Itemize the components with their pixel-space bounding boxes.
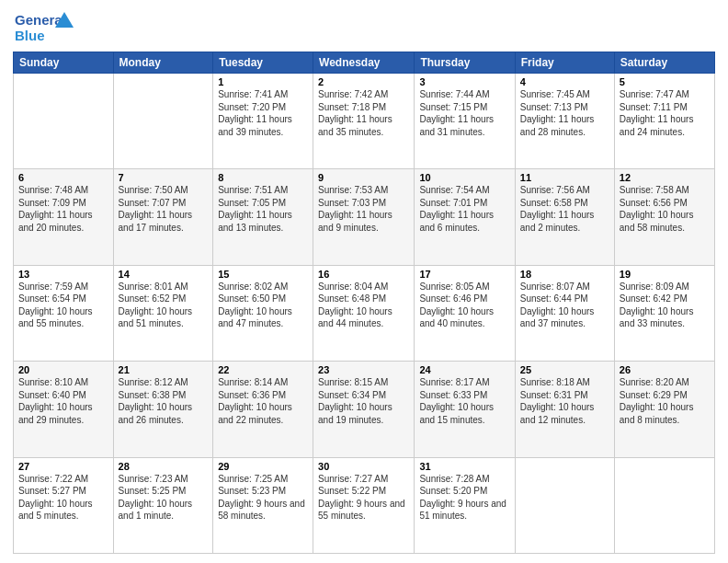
calendar-cell: 30Sunrise: 7:27 AM Sunset: 5:22 PM Dayli… xyxy=(313,457,415,553)
day-info: Sunrise: 7:22 AM Sunset: 5:27 PM Dayligh… xyxy=(18,473,108,523)
day-info: Sunrise: 7:28 AM Sunset: 5:20 PM Dayligh… xyxy=(419,473,509,523)
calendar-cell xyxy=(515,457,614,553)
day-number: 12 xyxy=(620,172,710,183)
day-number: 15 xyxy=(218,269,308,280)
day-info: Sunrise: 7:42 AM Sunset: 7:18 PM Dayligh… xyxy=(318,88,409,138)
calendar-cell: 6Sunrise: 7:48 AM Sunset: 7:09 PM Daylig… xyxy=(14,169,114,265)
day-number: 29 xyxy=(218,461,308,472)
day-info: Sunrise: 8:12 AM Sunset: 6:38 PM Dayligh… xyxy=(119,376,209,426)
day-number: 26 xyxy=(620,364,710,375)
week-row-5: 27Sunrise: 7:22 AM Sunset: 5:27 PM Dayli… xyxy=(14,457,715,553)
weekday-header-tuesday: Tuesday xyxy=(213,52,313,74)
calendar-cell: 14Sunrise: 8:01 AM Sunset: 6:52 PM Dayli… xyxy=(113,265,213,361)
header: General Blue xyxy=(13,9,715,46)
day-number: 17 xyxy=(419,269,509,280)
calendar-cell: 11Sunrise: 7:56 AM Sunset: 6:58 PM Dayli… xyxy=(515,169,614,265)
calendar-cell xyxy=(113,74,213,169)
day-number: 1 xyxy=(218,76,308,87)
calendar-cell: 24Sunrise: 8:17 AM Sunset: 6:33 PM Dayli… xyxy=(415,362,515,457)
day-number: 4 xyxy=(520,76,609,87)
day-info: Sunrise: 7:27 AM Sunset: 5:22 PM Dayligh… xyxy=(318,473,409,523)
calendar-cell: 27Sunrise: 7:22 AM Sunset: 5:27 PM Dayli… xyxy=(14,457,114,553)
calendar-cell: 19Sunrise: 8:09 AM Sunset: 6:42 PM Dayli… xyxy=(614,265,714,361)
calendar-cell: 8Sunrise: 7:51 AM Sunset: 7:05 PM Daylig… xyxy=(213,169,313,265)
svg-text:Blue: Blue xyxy=(15,28,45,43)
day-number: 2 xyxy=(318,76,409,87)
day-info: Sunrise: 8:15 AM Sunset: 6:34 PM Dayligh… xyxy=(318,376,409,426)
day-number: 10 xyxy=(419,172,509,183)
logo-svg: General Blue xyxy=(13,9,77,46)
day-number: 18 xyxy=(520,269,609,280)
weekday-header-saturday: Saturday xyxy=(614,52,714,74)
calendar-cell: 1Sunrise: 7:41 AM Sunset: 7:20 PM Daylig… xyxy=(213,74,313,169)
calendar-cell: 16Sunrise: 8:04 AM Sunset: 6:48 PM Dayli… xyxy=(313,265,415,361)
week-row-2: 6Sunrise: 7:48 AM Sunset: 7:09 PM Daylig… xyxy=(14,169,715,265)
calendar-cell: 26Sunrise: 8:20 AM Sunset: 6:29 PM Dayli… xyxy=(614,362,714,457)
day-info: Sunrise: 8:10 AM Sunset: 6:40 PM Dayligh… xyxy=(18,376,108,426)
day-info: Sunrise: 7:58 AM Sunset: 6:56 PM Dayligh… xyxy=(620,184,710,234)
day-info: Sunrise: 7:53 AM Sunset: 7:03 PM Dayligh… xyxy=(318,184,409,234)
calendar-cell: 3Sunrise: 7:44 AM Sunset: 7:15 PM Daylig… xyxy=(415,74,515,169)
calendar-cell xyxy=(14,74,114,169)
calendar-cell: 13Sunrise: 7:59 AM Sunset: 6:54 PM Dayli… xyxy=(14,265,114,361)
day-number: 28 xyxy=(119,461,209,472)
day-info: Sunrise: 7:45 AM Sunset: 7:13 PM Dayligh… xyxy=(520,88,609,138)
day-number: 19 xyxy=(620,269,710,280)
day-info: Sunrise: 8:05 AM Sunset: 6:46 PM Dayligh… xyxy=(419,281,509,330)
day-info: Sunrise: 7:23 AM Sunset: 5:25 PM Dayligh… xyxy=(119,473,209,523)
calendar-cell: 15Sunrise: 8:02 AM Sunset: 6:50 PM Dayli… xyxy=(213,265,313,361)
day-info: Sunrise: 8:20 AM Sunset: 6:29 PM Dayligh… xyxy=(620,376,710,426)
week-row-1: 1Sunrise: 7:41 AM Sunset: 7:20 PM Daylig… xyxy=(14,74,715,169)
day-number: 3 xyxy=(419,76,509,87)
weekday-header-monday: Monday xyxy=(113,52,213,74)
week-row-3: 13Sunrise: 7:59 AM Sunset: 6:54 PM Dayli… xyxy=(14,265,715,361)
calendar-cell: 20Sunrise: 8:10 AM Sunset: 6:40 PM Dayli… xyxy=(14,362,114,457)
calendar-body: 1Sunrise: 7:41 AM Sunset: 7:20 PM Daylig… xyxy=(14,74,715,554)
day-number: 25 xyxy=(520,364,609,375)
day-number: 9 xyxy=(318,172,409,183)
calendar-cell: 29Sunrise: 7:25 AM Sunset: 5:23 PM Dayli… xyxy=(213,457,313,553)
day-info: Sunrise: 7:48 AM Sunset: 7:09 PM Dayligh… xyxy=(18,184,108,234)
day-number: 30 xyxy=(318,461,409,472)
calendar-cell: 22Sunrise: 8:14 AM Sunset: 6:36 PM Dayli… xyxy=(213,362,313,457)
day-number: 31 xyxy=(419,461,509,472)
day-number: 24 xyxy=(419,364,509,375)
day-number: 14 xyxy=(119,269,209,280)
calendar-cell: 21Sunrise: 8:12 AM Sunset: 6:38 PM Dayli… xyxy=(113,362,213,457)
day-info: Sunrise: 7:50 AM Sunset: 7:07 PM Dayligh… xyxy=(119,184,209,234)
day-info: Sunrise: 7:44 AM Sunset: 7:15 PM Dayligh… xyxy=(419,88,509,138)
calendar-table: SundayMondayTuesdayWednesdayThursdayFrid… xyxy=(13,52,715,554)
day-number: 27 xyxy=(18,461,108,472)
day-info: Sunrise: 8:01 AM Sunset: 6:52 PM Dayligh… xyxy=(119,281,209,330)
day-number: 11 xyxy=(520,172,609,183)
day-info: Sunrise: 8:07 AM Sunset: 6:44 PM Dayligh… xyxy=(520,281,609,330)
day-info: Sunrise: 8:17 AM Sunset: 6:33 PM Dayligh… xyxy=(419,376,509,426)
day-info: Sunrise: 7:41 AM Sunset: 7:20 PM Dayligh… xyxy=(218,88,308,138)
day-info: Sunrise: 7:54 AM Sunset: 7:01 PM Dayligh… xyxy=(419,184,509,234)
calendar-cell: 18Sunrise: 8:07 AM Sunset: 6:44 PM Dayli… xyxy=(515,265,614,361)
day-number: 23 xyxy=(318,364,409,375)
day-info: Sunrise: 7:59 AM Sunset: 6:54 PM Dayligh… xyxy=(18,281,108,330)
calendar-cell: 12Sunrise: 7:58 AM Sunset: 6:56 PM Dayli… xyxy=(614,169,714,265)
day-info: Sunrise: 8:04 AM Sunset: 6:48 PM Dayligh… xyxy=(318,281,409,330)
day-info: Sunrise: 8:18 AM Sunset: 6:31 PM Dayligh… xyxy=(520,376,609,426)
calendar-cell: 17Sunrise: 8:05 AM Sunset: 6:46 PM Dayli… xyxy=(415,265,515,361)
day-info: Sunrise: 7:25 AM Sunset: 5:23 PM Dayligh… xyxy=(218,473,308,523)
day-number: 6 xyxy=(18,172,108,183)
calendar-cell: 5Sunrise: 7:47 AM Sunset: 7:11 PM Daylig… xyxy=(614,74,714,169)
day-number: 21 xyxy=(119,364,209,375)
calendar-cell xyxy=(614,457,714,553)
calendar-cell: 4Sunrise: 7:45 AM Sunset: 7:13 PM Daylig… xyxy=(515,74,614,169)
logo: General Blue xyxy=(13,9,77,46)
day-number: 16 xyxy=(318,269,409,280)
weekday-header-sunday: Sunday xyxy=(14,52,114,74)
day-number: 22 xyxy=(218,364,308,375)
calendar-cell: 10Sunrise: 7:54 AM Sunset: 7:01 PM Dayli… xyxy=(415,169,515,265)
day-info: Sunrise: 7:51 AM Sunset: 7:05 PM Dayligh… xyxy=(218,184,308,234)
day-info: Sunrise: 8:14 AM Sunset: 6:36 PM Dayligh… xyxy=(218,376,308,426)
page: General Blue SundayMondayTuesdayWednesda… xyxy=(0,0,728,563)
calendar-cell: 28Sunrise: 7:23 AM Sunset: 5:25 PM Dayli… xyxy=(113,457,213,553)
day-info: Sunrise: 7:47 AM Sunset: 7:11 PM Dayligh… xyxy=(620,88,710,138)
day-number: 7 xyxy=(119,172,209,183)
day-number: 5 xyxy=(620,76,710,87)
